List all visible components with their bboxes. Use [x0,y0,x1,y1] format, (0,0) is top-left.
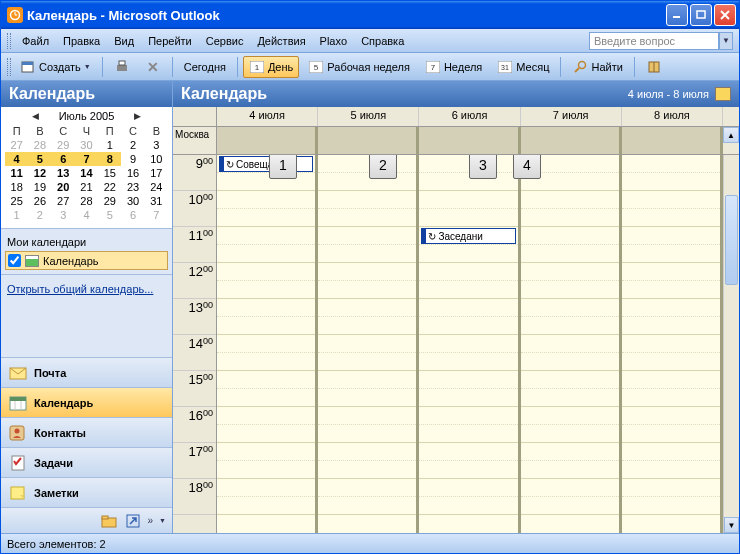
delete-button[interactable]: ✕ [139,56,167,78]
day-header[interactable]: 5 июля [318,107,419,126]
date-cell[interactable]: 27 [5,138,28,152]
nav-notes[interactable]: Заметки [1,477,172,507]
allday-cell[interactable] [521,127,622,154]
date-cell[interactable]: 30 [121,194,144,208]
date-cell[interactable]: 28 [28,138,51,152]
vertical-scrollbar[interactable]: ▼ [723,155,739,533]
week-view-button[interactable]: 7 Неделя [419,56,488,78]
day-column[interactable] [521,155,622,533]
prev-month-button[interactable]: ◀ [32,111,39,121]
menu-edit[interactable]: Правка [56,33,107,49]
dropdown-arrow-icon[interactable]: ▼ [159,517,166,524]
day-header[interactable]: 7 июля [521,107,622,126]
date-cell[interactable]: 3 [52,208,75,222]
allday-cell[interactable] [318,127,419,154]
menu-file[interactable]: Файл [15,33,56,49]
scrollbar-thumb[interactable] [725,195,738,285]
day-header[interactable]: 6 июля [419,107,520,126]
menu-view[interactable]: Вид [107,33,141,49]
folder-icon[interactable] [100,513,118,529]
menu-actions[interactable]: Действия [250,33,312,49]
minimize-button[interactable] [666,4,688,26]
help-search-input[interactable]: Введите вопрос [589,32,719,50]
date-cell[interactable]: 22 [98,180,121,194]
configure-buttons[interactable]: » [148,515,154,526]
date-cell[interactable]: 1 [5,208,28,222]
date-cell[interactable]: 6 [121,208,144,222]
date-cell[interactable]: 16 [121,166,144,180]
day-header[interactable]: 8 июля [622,107,723,126]
nav-calendar[interactable]: Календарь [1,387,172,417]
nav-tasks[interactable]: Задачи [1,447,172,477]
date-cell[interactable]: 28 [75,194,98,208]
today-button[interactable]: Сегодня [178,56,232,78]
day-column[interactable] [622,155,723,533]
date-cell[interactable]: 3 [145,138,168,152]
date-navigator[interactable]: ◀ Июль 2005 ▶ ПВСЧПСВ 272829301234567891… [1,107,172,229]
date-cell[interactable]: 31 [145,194,168,208]
allday-cell[interactable] [622,127,723,154]
date-cell[interactable]: 12 [28,166,51,180]
date-cell[interactable]: 30 [75,138,98,152]
allday-cell[interactable] [217,127,318,154]
date-cell[interactable]: 29 [98,194,121,208]
day-column[interactable] [318,155,419,533]
date-cell[interactable]: 10 [145,152,168,166]
calendar-header-icon[interactable] [715,87,731,101]
date-cell[interactable]: 2 [121,138,144,152]
date-cell[interactable]: 14 [75,166,98,180]
menu-go[interactable]: Перейти [141,33,199,49]
date-cell[interactable]: 29 [52,138,75,152]
date-cell[interactable]: 15 [98,166,121,180]
calendar-checkbox[interactable] [8,254,21,267]
date-cell[interactable]: 21 [75,180,98,194]
date-cell[interactable]: 26 [28,194,51,208]
date-cell[interactable]: 5 [98,208,121,222]
date-cell[interactable]: 18 [5,180,28,194]
date-cell[interactable]: 19 [28,180,51,194]
print-button[interactable] [108,56,136,78]
date-cell[interactable]: 7 [145,208,168,222]
month-view-button[interactable]: 31 Месяц [491,56,555,78]
appointment[interactable]: ↻Совещание [219,156,313,172]
day-header[interactable]: 4 июля [217,107,318,126]
shortcuts-icon[interactable] [124,513,142,529]
workweek-view-button[interactable]: 5 Рабочая неделя [302,56,416,78]
date-cell[interactable]: 27 [52,194,75,208]
scroll-up-button[interactable]: ▲ [723,127,739,143]
date-cell[interactable]: 1 [98,138,121,152]
day-view-button[interactable]: 1 День [243,56,299,78]
date-cell[interactable]: 23 [121,180,144,194]
address-book-button[interactable] [640,56,668,78]
scroll-down-button[interactable]: ▼ [724,517,739,533]
date-cell[interactable]: 17 [145,166,168,180]
menu-plaxo[interactable]: Plaxo [313,33,355,49]
mini-calendar[interactable]: ПВСЧПСВ 27282930123456789101112131415161… [5,124,168,222]
day-column[interactable]: ↻Совещание [217,155,318,533]
maximize-button[interactable] [690,4,712,26]
day-column[interactable]: ↻Заседани [419,155,520,533]
menu-service[interactable]: Сервис [199,33,251,49]
menu-help[interactable]: Справка [354,33,411,49]
find-button[interactable]: Найти [566,56,628,78]
next-month-button[interactable]: ▶ [134,111,141,121]
date-cell[interactable]: 4 [75,208,98,222]
calendar-check-item[interactable]: Календарь [5,251,168,270]
date-cell[interactable]: 2 [28,208,51,222]
nav-mail[interactable]: Почта [1,357,172,387]
help-dropdown-button[interactable]: ▼ [719,32,733,50]
date-cell[interactable]: 6 [52,152,75,166]
date-cell[interactable]: 25 [5,194,28,208]
date-cell[interactable]: 24 [145,180,168,194]
date-cell[interactable]: 9 [121,152,144,166]
date-cell[interactable]: 4 [5,152,28,166]
nav-contacts[interactable]: Контакты [1,417,172,447]
allday-cell[interactable] [419,127,520,154]
date-cell[interactable]: 13 [52,166,75,180]
close-button[interactable] [714,4,736,26]
date-cell[interactable]: 5 [28,152,51,166]
date-cell[interactable]: 20 [52,180,75,194]
date-cell[interactable]: 11 [5,166,28,180]
date-cell[interactable]: 8 [98,152,121,166]
appointment[interactable]: ↻Заседани [421,228,515,244]
